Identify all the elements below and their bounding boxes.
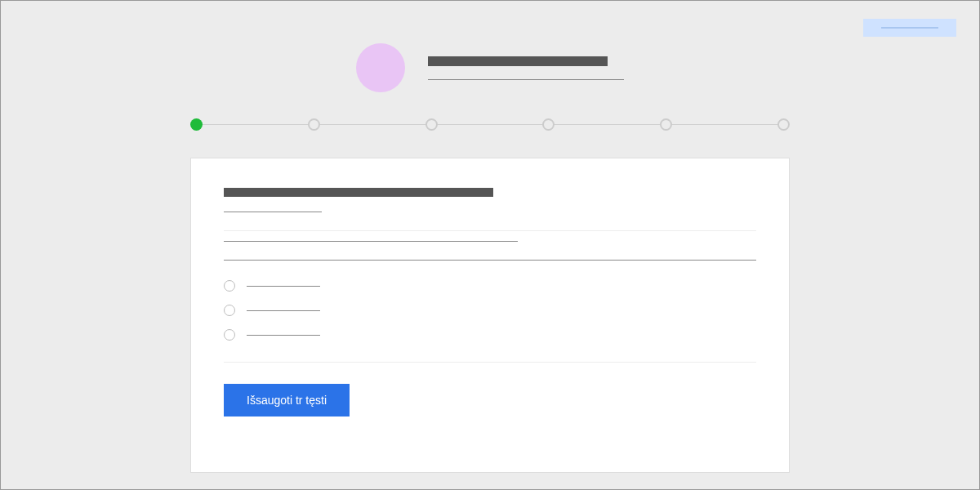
- divider: [224, 230, 756, 231]
- section-subtitle: [224, 212, 322, 212]
- badge-text-placeholder: [881, 27, 938, 29]
- divider: [224, 362, 756, 363]
- step-3[interactable]: [425, 118, 438, 131]
- radio-option-1[interactable]: [224, 280, 756, 292]
- save-continue-button[interactable]: Išsaugoti tr tęsti: [224, 384, 350, 416]
- radio-label: [247, 310, 320, 311]
- field-label: [224, 241, 518, 242]
- header-text-group: [428, 56, 624, 80]
- radio-icon: [224, 329, 235, 341]
- text-input-underline[interactable]: [224, 260, 756, 261]
- radio-option-2[interactable]: [224, 305, 756, 316]
- radio-option-3[interactable]: [224, 329, 756, 341]
- page-subtitle: [428, 79, 624, 80]
- page-header: [1, 43, 979, 92]
- step-5[interactable]: [660, 118, 672, 131]
- radio-icon: [224, 280, 235, 292]
- radio-icon: [224, 305, 235, 316]
- section-title: [224, 188, 493, 197]
- step-4[interactable]: [542, 118, 555, 131]
- page-title: [428, 56, 608, 66]
- form-card: Išsaugoti tr tęsti: [190, 158, 790, 473]
- header-badge[interactable]: [863, 19, 956, 37]
- step-1[interactable]: [190, 118, 203, 131]
- radio-group: [224, 280, 756, 341]
- radio-label: [247, 335, 320, 336]
- radio-label: [247, 286, 320, 287]
- step-2[interactable]: [308, 118, 320, 131]
- avatar: [356, 43, 405, 92]
- progress-stepper: [190, 118, 790, 131]
- step-6[interactable]: [777, 118, 790, 131]
